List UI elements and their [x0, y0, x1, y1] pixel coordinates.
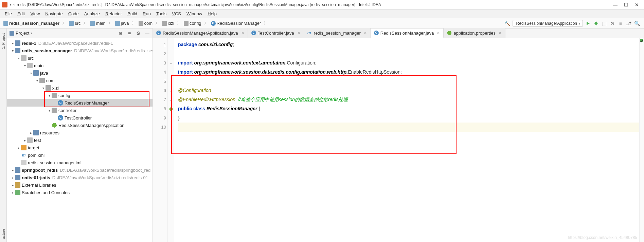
- tree-row-target[interactable]: ▸target: [7, 144, 153, 151]
- menu-vcs[interactable]: VCS: [169, 10, 184, 17]
- crumb-main[interactable]: main: [89, 20, 107, 26]
- tree-twisty[interactable]: ▾: [16, 56, 21, 60]
- tree-twisty[interactable]: ▾: [29, 71, 33, 75]
- code-line-5[interactable]: [178, 77, 639, 86]
- close-icon[interactable]: ✕: [297, 31, 300, 35]
- git-button[interactable]: ⎇: [626, 20, 632, 26]
- code-line-8[interactable]: public class RedisSessionManager {: [178, 104, 639, 113]
- tree-twisty[interactable]: ▸: [10, 191, 15, 194]
- menu-navigate[interactable]: Navigate: [42, 10, 65, 17]
- debug-button[interactable]: [593, 20, 599, 26]
- tree-twisty[interactable]: ▾: [47, 109, 52, 112]
- chevron-down-icon[interactable]: ▾: [31, 31, 32, 35]
- crumb-config[interactable]: config: [182, 20, 203, 26]
- menu-analyze[interactable]: Analyze: [82, 10, 103, 17]
- minimize-button[interactable]: —: [613, 2, 618, 7]
- code-line-4[interactable]: import org.springframework.session.data.…: [178, 68, 639, 77]
- crumb-xizi[interactable]: xizi: [161, 20, 176, 26]
- menu-view[interactable]: View: [28, 10, 42, 17]
- minimap[interactable]: ✔: [639, 38, 644, 242]
- code-line-1[interactable]: package com.xizi.config;: [178, 40, 639, 49]
- tree-row-External Libraries[interactable]: ▸External Libraries: [7, 181, 153, 189]
- menu-window[interactable]: Window: [184, 10, 205, 17]
- crumb-redis_session_manager[interactable]: redis_session_manager: [2, 20, 61, 26]
- tree-row-xizi[interactable]: ▾xizi: [7, 84, 153, 92]
- crumb-com[interactable]: com: [137, 20, 154, 26]
- tab-RedisSessionManager.java[interactable]: CRedisSessionManager.java✕: [371, 29, 444, 38]
- close-icon[interactable]: ✕: [241, 31, 244, 35]
- tree-twisty[interactable]: ▸: [22, 138, 27, 142]
- code-line-7[interactable]: @EnableRedisHttpSession //将整个应用中使用sessio…: [178, 95, 639, 104]
- tree-row-Scratches and Consoles[interactable]: ▸Scratches and Consoles: [7, 189, 153, 196]
- tree-row-com[interactable]: ▾com: [7, 77, 153, 84]
- code-line-6[interactable]: @Configuration: [178, 86, 639, 95]
- close-icon[interactable]: ✕: [499, 31, 502, 35]
- tab-application.properties[interactable]: application.properties✕: [444, 28, 505, 38]
- tree-twisty[interactable]: ▾: [47, 94, 52, 97]
- code-line-9[interactable]: }: [178, 113, 639, 123]
- hide-panel-icon[interactable]: —: [144, 31, 150, 36]
- tree-row-java[interactable]: ▾java: [7, 69, 153, 77]
- tree-twisty[interactable]: ▸: [10, 41, 15, 45]
- close-icon[interactable]: ✕: [437, 31, 440, 35]
- close-button[interactable]: ✕: [634, 2, 639, 7]
- menu-build[interactable]: Build: [125, 10, 140, 17]
- tree-row-config[interactable]: ▾config: [7, 92, 153, 99]
- tree-row-redis_session_manager[interactable]: ▾redis_session_managerD:\IDEA\JavaWorkSp…: [7, 47, 153, 54]
- code-line-2[interactable]: [178, 49, 639, 58]
- menu-run[interactable]: Run: [140, 10, 154, 17]
- tree-twisty[interactable]: ▸: [16, 146, 21, 150]
- menu-edit[interactable]: Edit: [15, 10, 28, 17]
- scroll-from-source-icon[interactable]: ⊕: [118, 31, 123, 36]
- tree-row-springboot_redis[interactable]: ▸springboot_redisD:\IDEA\JavaWorkSpace\r…: [7, 166, 153, 174]
- run-button[interactable]: [585, 20, 591, 26]
- profile-button[interactable]: ⊙: [609, 20, 615, 26]
- collapse-all-icon[interactable]: ≡: [127, 31, 132, 36]
- tree-row-TestController[interactable]: CTestController: [7, 114, 153, 122]
- coverage-button[interactable]: ⬚: [601, 20, 607, 26]
- menu-help[interactable]: Help: [205, 10, 219, 17]
- tree-twisty[interactable]: ▸: [10, 183, 15, 187]
- run-config-select[interactable]: RedisSessionManagerApplication ▾: [513, 20, 583, 27]
- search-button[interactable]: 🔍: [634, 20, 640, 26]
- strip-structure[interactable]: ucture: [1, 226, 6, 242]
- maximize-button[interactable]: ☐: [624, 2, 628, 7]
- menu-refactor[interactable]: Refactor: [103, 10, 125, 17]
- tree-twisty[interactable]: ▾: [10, 49, 15, 53]
- tree-twisty[interactable]: ▸: [29, 131, 33, 135]
- tree-row-resources[interactable]: ▸resources: [7, 129, 153, 136]
- tree-row-pom.xml[interactable]: mpom.xml: [7, 151, 153, 159]
- tree-twisty[interactable]: ▸: [10, 176, 15, 180]
- tab-RedisSessionManagerApplication.java[interactable]: CRedisSessionManagerApplication.java✕: [153, 28, 248, 38]
- tree-twisty[interactable]: ▾: [41, 86, 46, 90]
- tree-row-main[interactable]: ▾main: [7, 62, 153, 69]
- menu-code[interactable]: Code: [66, 10, 82, 17]
- tree-twisty[interactable]: ▾: [35, 79, 39, 82]
- tree-row-RedisSessionManagerApplication[interactable]: RedisSessionManagerApplication: [7, 122, 153, 129]
- tree-twisty[interactable]: ▸: [10, 168, 15, 172]
- tree-row-src[interactable]: ▾src: [7, 54, 153, 62]
- settings-icon[interactable]: ⚙: [136, 31, 141, 36]
- crumb-src[interactable]: src: [68, 20, 82, 26]
- stop-button[interactable]: ■: [618, 20, 624, 26]
- tree-row-redis-1[interactable]: ▸redis-1D:\IDEA\JavaWorkSpace\redis\redi…: [7, 39, 153, 47]
- tree-row-RedisSessionManager[interactable]: CRedisSessionManager: [7, 99, 153, 107]
- build-icon[interactable]: 🔨: [504, 20, 511, 26]
- tree-row-test[interactable]: ▸test: [7, 136, 153, 144]
- tab-redis_session_manager[interactable]: mredis_session_manager✕: [304, 28, 371, 38]
- crumb-RedisSessionManager[interactable]: CRedisSessionManager: [210, 20, 263, 26]
- tree-twisty[interactable]: ▾: [22, 64, 27, 68]
- crumb-java[interactable]: java: [114, 20, 130, 26]
- code-line-10[interactable]: [178, 123, 639, 132]
- close-icon[interactable]: ✕: [364, 31, 367, 35]
- tree-row-redis_session_manager.iml[interactable]: redis_session_manager.iml: [7, 159, 153, 166]
- tab-TestController.java[interactable]: CTestController.java✕: [248, 28, 304, 38]
- code-line-3[interactable]: import org.springframework.context.annot…: [178, 58, 639, 68]
- tree-row-redis-01-jedis[interactable]: ▸redis-01-jedisD:\IDEA\JavaWorkSpace\red…: [7, 174, 153, 181]
- code-editor[interactable]: package com.xizi.config; import org.spri…: [174, 38, 639, 242]
- strip-project[interactable]: 1: Project: [1, 31, 6, 52]
- project-tree[interactable]: ▸redis-1D:\IDEA\JavaWorkSpace\redis\redi…: [7, 38, 153, 242]
- menu-tools[interactable]: Tools: [154, 10, 169, 17]
- menu-file[interactable]: File: [2, 10, 15, 17]
- tree-row-controller[interactable]: ▾controller: [7, 107, 153, 114]
